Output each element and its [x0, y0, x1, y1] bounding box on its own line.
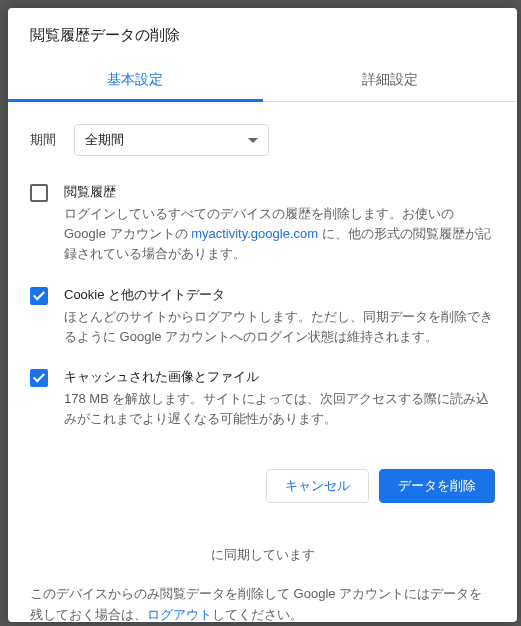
option-title: 閲覧履歴	[64, 182, 495, 202]
option-title: キャッシュされた画像とファイル	[64, 367, 495, 387]
option-desc: ほとんどのサイトからログアウトします。ただし、同期データを削除できるように Go…	[64, 307, 495, 347]
cancel-button[interactable]: キャンセル	[266, 469, 369, 503]
tab-basic[interactable]: 基本設定	[8, 59, 263, 101]
dialog-actions: キャンセル データを削除	[8, 449, 517, 527]
tab-advanced-label: 詳細設定	[362, 71, 418, 87]
footer-note: このデバイスからのみ閲覧データを削除して Google アカウントにはデータを残…	[30, 584, 495, 626]
option-desc: ログインしているすべてのデバイスの履歴を削除します。お使いの Google アカ…	[64, 204, 495, 264]
tab-advanced[interactable]: 詳細設定	[263, 59, 518, 101]
option-title: Cookie と他のサイトデータ	[64, 285, 495, 305]
dialog-title: 閲覧履歴データの削除	[8, 8, 517, 59]
sync-status: に同期しています	[30, 545, 495, 584]
logout-link[interactable]: ログアウト	[147, 607, 212, 622]
option-cookies: Cookie と他のサイトデータ ほとんどのサイトからログアウトします。ただし、…	[30, 275, 495, 357]
confirm-button[interactable]: データを削除	[379, 469, 495, 503]
time-range-row: 期間 全期間	[8, 102, 517, 166]
time-range-label: 期間	[30, 131, 56, 149]
options-list: 閲覧履歴 ログインしているすべてのデバイスの履歴を削除します。お使いの Goog…	[8, 166, 517, 449]
option-cache: キャッシュされた画像とファイル 178 MB を解放します。サイトによっては、次…	[30, 357, 495, 439]
dialog-footer: に同期しています このデバイスからのみ閲覧データを削除して Google アカウ…	[8, 527, 517, 625]
checkbox-browsing-history[interactable]	[30, 184, 48, 202]
tab-bar: 基本設定 詳細設定	[8, 59, 517, 102]
option-desc: 178 MB を解放します。サイトによっては、次回アクセスする際に読み込みがこれ…	[64, 389, 495, 429]
myactivity-link[interactable]: myactivity.google.com	[191, 226, 318, 241]
time-range-value: 全期間	[85, 131, 124, 149]
tab-basic-label: 基本設定	[107, 71, 163, 87]
time-range-select[interactable]: 全期間	[74, 124, 269, 156]
clear-browsing-data-dialog: 閲覧履歴データの削除 基本設定 詳細設定 期間 全期間 閲覧履歴 ログインしてい…	[8, 8, 517, 622]
checkbox-cache[interactable]	[30, 369, 48, 387]
checkbox-cookies[interactable]	[30, 287, 48, 305]
chevron-down-icon	[248, 138, 258, 143]
option-browsing-history: 閲覧履歴 ログインしているすべてのデバイスの履歴を削除します。お使いの Goog…	[30, 172, 495, 275]
